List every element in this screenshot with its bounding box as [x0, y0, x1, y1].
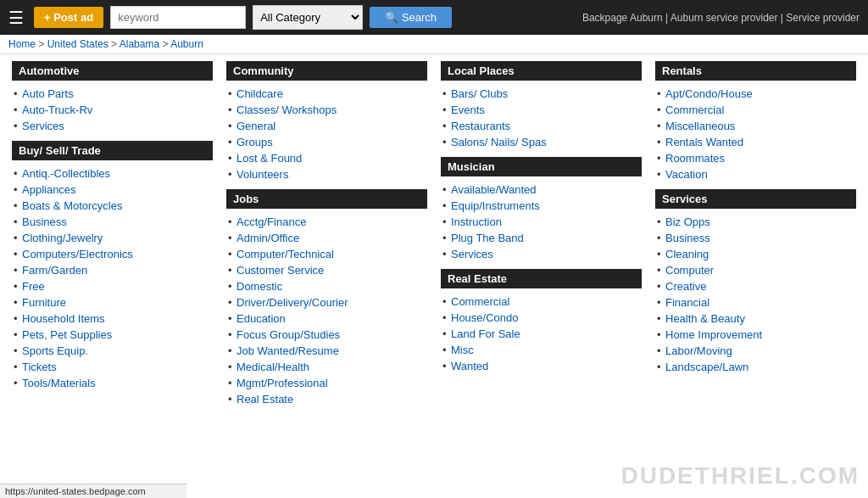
section-header-1-1: Automotive	[12, 61, 213, 81]
list-item: Tickets	[12, 359, 213, 375]
list-item: Medical/Health	[226, 359, 427, 375]
category-link[interactable]: Services	[22, 120, 64, 132]
category-link[interactable]: Mgmt/Professional	[236, 377, 328, 389]
category-link[interactable]: Customer Service	[236, 264, 324, 277]
section-header-4-1: Rentals	[655, 61, 856, 81]
category-link[interactable]: Boats & Motorcycles	[22, 199, 123, 212]
breadcrumb-home[interactable]: Home	[8, 38, 36, 50]
category-link[interactable]: Auto-Truck-Rv	[22, 104, 92, 116]
category-link[interactable]: Miscellaneous	[665, 120, 735, 132]
category-link[interactable]: Domestic	[236, 280, 282, 293]
main-content: AutomotiveAuto PartsAuto-Truck-RvService…	[0, 54, 868, 417]
list-item: Instruction	[441, 214, 642, 230]
category-link[interactable]: Computers/Electronics	[22, 248, 133, 260]
breadcrumb-alabama[interactable]: Alabama	[120, 38, 159, 50]
category-link[interactable]: Lost & Found	[236, 152, 302, 165]
category-link[interactable]: Business	[22, 215, 67, 228]
list-item: Farm/Garden	[12, 262, 213, 278]
category-link[interactable]: Plug The Band	[451, 232, 524, 244]
category-link[interactable]: Driver/Delivery/Courier	[236, 296, 348, 309]
list-item: Financial	[655, 294, 856, 311]
category-link[interactable]: General	[236, 120, 275, 132]
category-link[interactable]: Volunteers	[236, 168, 288, 181]
category-link[interactable]: Equip/Instruments	[451, 199, 540, 212]
category-link[interactable]: Restaurants	[451, 120, 510, 132]
category-link[interactable]: Free	[22, 280, 45, 293]
category-link[interactable]: Education	[236, 312, 286, 325]
category-link[interactable]: Wanted	[451, 360, 488, 372]
breadcrumb-united-states[interactable]: United States	[47, 38, 108, 50]
category-link[interactable]: Classes/ Workshops	[236, 104, 337, 116]
list-item: Boats & Motorcycles	[12, 198, 213, 214]
category-link[interactable]: Childcare	[236, 87, 283, 100]
category-link[interactable]: Cleaning	[665, 248, 709, 260]
category-list-1-2: Antiq.-CollectiblesAppliancesBoats & Mot…	[12, 165, 213, 391]
list-item: Computer/Technical	[226, 246, 427, 262]
post-ad-button[interactable]: + Post ad	[34, 7, 103, 28]
category-link[interactable]: Business	[665, 232, 710, 244]
list-item: Bars/ Clubs	[441, 86, 642, 102]
category-link[interactable]: Clothing/Jewelry	[22, 232, 103, 244]
category-link[interactable]: Appliances	[22, 183, 76, 196]
category-link[interactable]: Furniture	[22, 296, 66, 309]
category-link[interactable]: Roommates	[665, 152, 725, 165]
category-link[interactable]: Farm/Garden	[22, 264, 87, 277]
category-link[interactable]: Biz Opps	[665, 215, 710, 228]
category-link[interactable]: Health & Beauty	[665, 312, 745, 325]
category-link[interactable]: Focus Group/Studies	[236, 328, 340, 341]
category-link[interactable]: Available/Wanted	[451, 183, 536, 196]
category-link[interactable]: Vacation	[665, 168, 708, 181]
list-item: Creative	[655, 278, 856, 294]
category-link[interactable]: Antiq.-Collectibles	[22, 167, 110, 180]
list-item: Childcare	[226, 86, 427, 102]
category-link[interactable]: Computer	[665, 264, 714, 277]
category-link[interactable]: Creative	[665, 280, 706, 293]
category-link[interactable]: Tools/Materials	[22, 377, 96, 389]
category-link[interactable]: Landscape/Lawn	[665, 361, 748, 373]
list-item: Services	[12, 118, 213, 134]
category-link[interactable]: Services	[451, 248, 493, 260]
category-select[interactable]: All Category	[253, 5, 363, 30]
category-link[interactable]: Medical/Health	[236, 361, 309, 373]
category-link[interactable]: Misc	[451, 344, 474, 356]
category-link[interactable]: Real Estate	[236, 393, 293, 406]
category-link[interactable]: Computer/Technical	[236, 248, 334, 260]
breadcrumb-auburn[interactable]: Auburn	[170, 38, 203, 50]
category-link[interactable]: Acctg/Finance	[236, 215, 306, 228]
category-link[interactable]: Groups	[236, 136, 273, 148]
hamburger-icon[interactable]: ☰	[8, 8, 24, 28]
list-item: Household Items	[12, 311, 213, 327]
category-link[interactable]: Labor/Moving	[665, 344, 732, 357]
category-link[interactable]: Bars/ Clubs	[451, 87, 508, 100]
category-link[interactable]: Events	[451, 104, 485, 116]
list-item: Misc	[441, 342, 642, 358]
list-item: Computers/Electronics	[12, 246, 213, 262]
keyword-input[interactable]	[110, 6, 246, 29]
list-item: Business	[12, 214, 213, 230]
list-item: Business	[655, 230, 856, 246]
category-link[interactable]: Household Items	[22, 312, 105, 325]
category-list-4-2: Biz OppsBusinessCleaningComputerCreative…	[655, 214, 856, 375]
list-item: Customer Service	[226, 262, 427, 278]
category-link[interactable]: Financial	[665, 296, 709, 309]
category-link[interactable]: Home Improvement	[665, 328, 762, 341]
search-button[interactable]: 🔍 Search	[370, 7, 452, 28]
category-link[interactable]: Instruction	[451, 215, 502, 228]
category-link[interactable]: Commercial	[665, 104, 724, 116]
list-item: Acctg/Finance	[226, 214, 427, 230]
category-link[interactable]: Auto Parts	[22, 87, 74, 100]
category-link[interactable]: Commercial	[451, 295, 509, 308]
breadcrumb: Home > United States > Alabama > Auburn	[0, 35, 868, 54]
list-item: Groups	[226, 134, 427, 150]
category-link[interactable]: Admin/Office	[236, 232, 299, 244]
category-link[interactable]: Rentals Wanted	[665, 136, 743, 148]
category-link[interactable]: Land For Sale	[451, 327, 520, 340]
category-link[interactable]: Salons/ Nails/ Spas	[451, 136, 547, 148]
category-link[interactable]: Sports Equip.	[22, 344, 88, 357]
section-header-1-2: Buy/ Sell/ Trade	[12, 141, 213, 160]
category-link[interactable]: Apt/Condo/House	[665, 87, 753, 100]
category-link[interactable]: Pets, Pet Supplies	[22, 328, 112, 341]
category-link[interactable]: Tickets	[22, 361, 57, 373]
category-link[interactable]: House/Condo	[451, 311, 519, 324]
category-link[interactable]: Job Wanted/Resume	[236, 344, 339, 357]
